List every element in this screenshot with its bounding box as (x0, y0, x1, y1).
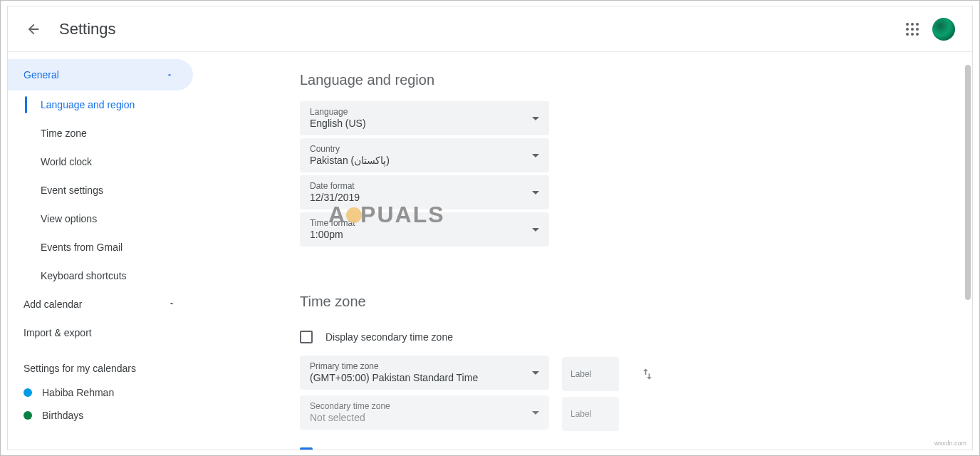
nav-item-language-region[interactable]: Language and region (8, 90, 193, 119)
calendar-item-0[interactable]: Habiba Rehman (8, 381, 193, 404)
my-calendars-section-title: Settings for my calendars (8, 347, 193, 381)
swap-vert-icon (640, 367, 655, 381)
caret-down-icon (532, 228, 539, 232)
date-format-select[interactable]: Date format 12/31/2019 (300, 175, 549, 209)
chevron-up-icon (163, 68, 176, 81)
section-title-language-region: Language and region (300, 72, 972, 88)
window-frame: Settings General Language and region Tim… (0, 0, 980, 456)
nav-item-keyboard-shortcuts[interactable]: Keyboard shortcuts (8, 261, 193, 290)
nav-item-event-settings[interactable]: Event settings (8, 176, 193, 204)
back-button[interactable] (19, 15, 48, 43)
caret-down-icon (532, 191, 539, 195)
display-secondary-checkbox[interactable] (300, 331, 313, 343)
nav-item-world-clock[interactable]: World clock (8, 147, 193, 176)
ask-update-checkbox[interactable] (300, 447, 313, 450)
nav-item-events-from-gmail[interactable]: Events from Gmail (8, 233, 193, 261)
google-apps-button[interactable] (898, 15, 927, 43)
apps-grid-icon (906, 23, 919, 36)
language-region-fields: Language English (US) Country Pakistan (… (300, 101, 972, 247)
calendar-color-dot (24, 388, 32, 397)
display-secondary-row: Display secondary time zone (300, 323, 972, 351)
secondary-tz-row: Secondary time zone Not selected Label (300, 395, 972, 432)
language-select[interactable]: Language English (US) (300, 101, 549, 135)
account-avatar[interactable] (932, 18, 955, 41)
content-body: General Language and region Time zone Wo… (8, 52, 972, 450)
calendar-item-1[interactable]: Birthdays (8, 404, 193, 427)
nav-add-calendar[interactable]: Add calendar (8, 290, 193, 318)
scrollbar-thumb[interactable] (965, 65, 971, 300)
settings-main: Language and region Language English (US… (193, 52, 972, 450)
caret-down-icon (532, 154, 539, 157)
nav-items-general: Language and region Time zone World cloc… (8, 90, 193, 290)
primary-tz-row: Primary time zone (GMT+05:00) Pakistan S… (300, 356, 972, 393)
calendar-color-dot (24, 411, 32, 420)
caret-down-icon (532, 371, 539, 375)
caret-down-icon (532, 411, 539, 415)
check-icon (301, 449, 311, 450)
nav-item-time-zone[interactable]: Time zone (8, 119, 193, 147)
nav-import-export[interactable]: Import & export (8, 318, 193, 347)
arrow-left-icon (26, 21, 41, 37)
secondary-tz-label-input[interactable]: Label (562, 397, 619, 431)
nav-item-view-options[interactable]: View options (8, 204, 193, 233)
caret-down-icon (532, 117, 539, 120)
country-select[interactable]: Country Pakistan (‫پاکستان‬) (300, 138, 549, 172)
primary-tz-label-input[interactable]: Label (562, 357, 619, 391)
app-header: Settings (8, 6, 972, 52)
section-title-time-zone: Time zone (300, 294, 972, 310)
time-format-select[interactable]: Time format 1:00pm (300, 212, 549, 247)
nav-header-label: General (24, 69, 59, 81)
primary-timezone-select[interactable]: Primary time zone (GMT+05:00) Pakistan S… (300, 356, 549, 390)
secondary-timezone-select[interactable]: Secondary time zone Not selected (300, 395, 549, 430)
app-container: Settings General Language and region Tim… (7, 6, 973, 450)
settings-sidebar: General Language and region Time zone Wo… (8, 52, 193, 450)
chevron-down-icon (167, 299, 176, 310)
swap-timezones-button[interactable] (635, 361, 660, 387)
nav-header-general[interactable]: General (8, 59, 193, 90)
ask-update-row: Ask to update my primary time zone to cu… (300, 440, 972, 450)
page-title: Settings (59, 20, 116, 38)
nav-section-general: General Language and region Time zone Wo… (8, 59, 193, 290)
image-credit: wsxdn.com (934, 440, 966, 447)
